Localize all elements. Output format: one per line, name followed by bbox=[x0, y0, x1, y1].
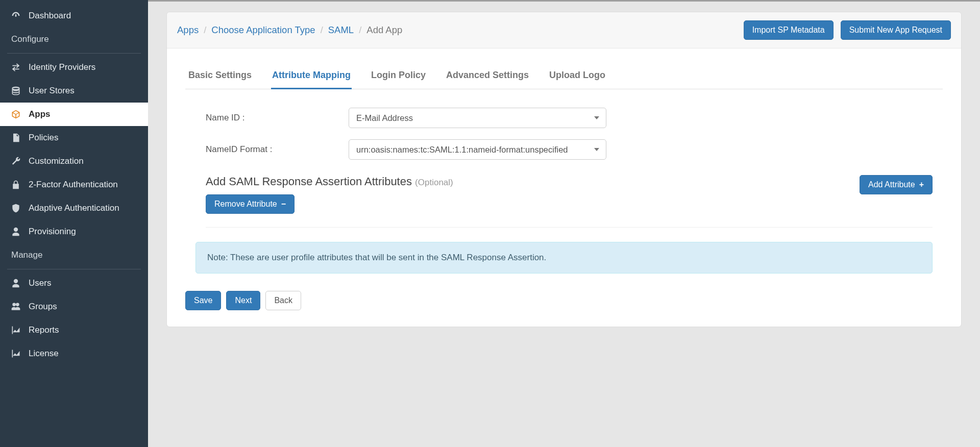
tab-attribute-mapping[interactable]: Attribute Mapping bbox=[271, 64, 352, 89]
sidebar-item-label: 2-Factor Authentication bbox=[29, 180, 118, 190]
import-sp-metadata-button[interactable]: Import SP Metadata bbox=[744, 20, 834, 40]
sidebar-item-adaptive-authentication[interactable]: Adaptive Authentication bbox=[0, 196, 148, 220]
breadcrumb-sep: / bbox=[204, 24, 206, 36]
sidebar-item-label: Identity Providers bbox=[29, 62, 95, 72]
wrench-icon bbox=[9, 156, 22, 166]
add-attribute-button[interactable]: Add Attribute + bbox=[860, 175, 933, 194]
sidebar-item-label: Customization bbox=[29, 156, 84, 166]
tab-basic-settings[interactable]: Basic Settings bbox=[187, 64, 253, 89]
breadcrumb-sep: / bbox=[321, 24, 323, 36]
sidebar-separator bbox=[7, 53, 141, 54]
dashboard-icon bbox=[9, 11, 22, 21]
divider bbox=[206, 227, 933, 228]
section-title-text: Add SAML Response Assertion Attributes bbox=[206, 175, 412, 188]
back-button[interactable]: Back bbox=[265, 291, 301, 310]
tab-advanced-settings[interactable]: Advanced Settings bbox=[445, 64, 530, 89]
breadcrumb-choose-type[interactable]: Choose Application Type bbox=[211, 24, 315, 36]
main-content: Apps / Choose Application Type / SAML / … bbox=[148, 0, 980, 447]
remove-attribute-label: Remove Attribute bbox=[214, 200, 277, 209]
section-title-row: Add SAML Response Assertion Attributes (… bbox=[206, 175, 933, 214]
sidebar-item-label: Apps bbox=[29, 109, 51, 119]
user-icon bbox=[9, 227, 22, 237]
sidebar-item-reports[interactable]: Reports bbox=[0, 318, 148, 342]
users-icon bbox=[9, 302, 22, 312]
panel-body: Basic Settings Attribute Mapping Login P… bbox=[167, 48, 961, 327]
label-name-id: Name ID : bbox=[206, 113, 349, 123]
sidebar-separator bbox=[7, 269, 141, 269]
sidebar-item-customization[interactable]: Customization bbox=[0, 150, 148, 173]
sidebar-item-label: Adaptive Authentication bbox=[29, 203, 119, 213]
chart-icon bbox=[9, 325, 22, 335]
cube-icon bbox=[9, 109, 22, 119]
breadcrumb-saml[interactable]: SAML bbox=[328, 24, 354, 36]
breadcrumb-sep: / bbox=[359, 24, 361, 36]
tabs: Basic Settings Attribute Mapping Login P… bbox=[185, 64, 943, 89]
sidebar: DashboardConfigureIdentity ProvidersUser… bbox=[0, 0, 148, 447]
sidebar-item-2-factor-authentication[interactable]: 2-Factor Authentication bbox=[0, 173, 148, 196]
sidebar-item-label: Provisioning bbox=[29, 227, 76, 237]
section-optional: (Optional) bbox=[415, 178, 453, 187]
breadcrumb: Apps / Choose Application Type / SAML / … bbox=[177, 24, 402, 36]
shield-icon bbox=[9, 203, 22, 213]
row-nameid-format: NameID Format : urn:oasis:names:tc:SAML:… bbox=[206, 139, 933, 160]
sidebar-item-label: Policies bbox=[29, 133, 59, 143]
panel: Apps / Choose Application Type / SAML / … bbox=[166, 12, 962, 327]
database-icon bbox=[9, 86, 22, 96]
lock-icon bbox=[9, 180, 22, 190]
sidebar-item-label: Reports bbox=[29, 325, 59, 335]
panel-heading: Apps / Choose Application Type / SAML / … bbox=[167, 12, 961, 48]
minus-icon: − bbox=[281, 200, 286, 209]
submit-new-app-request-button[interactable]: Submit New App Request bbox=[841, 20, 951, 40]
sidebar-item-label: Groups bbox=[29, 302, 57, 312]
sidebar-item-license[interactable]: License bbox=[0, 342, 148, 365]
heading-actions: Import SP Metadata Submit New App Reques… bbox=[744, 20, 951, 40]
form-buttons: Save Next Back bbox=[185, 291, 943, 310]
sidebar-item-label: User Stores bbox=[29, 86, 75, 96]
next-button[interactable]: Next bbox=[226, 291, 260, 310]
breadcrumb-current: Add App bbox=[366, 24, 402, 36]
select-nameid-format[interactable]: urn:oasis:names:tc:SAML:1.1:nameid-forma… bbox=[349, 139, 606, 160]
save-button[interactable]: Save bbox=[185, 291, 221, 310]
sidebar-section-manage: Manage bbox=[0, 243, 148, 267]
sidebar-item-label: Users bbox=[29, 278, 51, 288]
sidebar-item-user-stores[interactable]: User Stores bbox=[0, 79, 148, 103]
remove-attribute-button[interactable]: Remove Attribute − bbox=[206, 194, 295, 214]
sidebar-section-configure: Configure bbox=[0, 28, 148, 51]
document-icon bbox=[9, 133, 22, 143]
add-attribute-label: Add Attribute bbox=[868, 180, 915, 189]
tab-login-policy[interactable]: Login Policy bbox=[370, 64, 427, 89]
sidebar-item-users[interactable]: Users bbox=[0, 271, 148, 295]
sidebar-item-groups[interactable]: Groups bbox=[0, 295, 148, 318]
sidebar-item-identity-providers[interactable]: Identity Providers bbox=[0, 56, 148, 79]
note-alert: Note: These are user profile attributes … bbox=[195, 242, 933, 274]
swap-icon bbox=[9, 62, 22, 72]
user-icon bbox=[9, 278, 22, 288]
sidebar-item-provisioning[interactable]: Provisioning bbox=[0, 220, 148, 243]
label-nameid-format: NameID Format : bbox=[206, 144, 349, 155]
select-name-id[interactable]: E-Mail Address bbox=[349, 108, 606, 128]
row-name-id: Name ID : E-Mail Address bbox=[206, 108, 933, 128]
tab-upload-logo[interactable]: Upload Logo bbox=[548, 64, 606, 89]
chart-icon bbox=[9, 349, 22, 359]
sidebar-item-apps[interactable]: Apps bbox=[0, 103, 148, 126]
sidebar-item-dashboard[interactable]: Dashboard bbox=[0, 4, 148, 28]
section-title: Add SAML Response Assertion Attributes (… bbox=[206, 175, 453, 188]
sidebar-item-label: Dashboard bbox=[29, 11, 71, 21]
sidebar-item-label: License bbox=[29, 349, 59, 359]
breadcrumb-apps[interactable]: Apps bbox=[177, 24, 199, 36]
form: Name ID : E-Mail Address NameID Format :… bbox=[185, 108, 943, 228]
plus-icon: + bbox=[919, 180, 924, 189]
sidebar-item-policies[interactable]: Policies bbox=[0, 126, 148, 150]
